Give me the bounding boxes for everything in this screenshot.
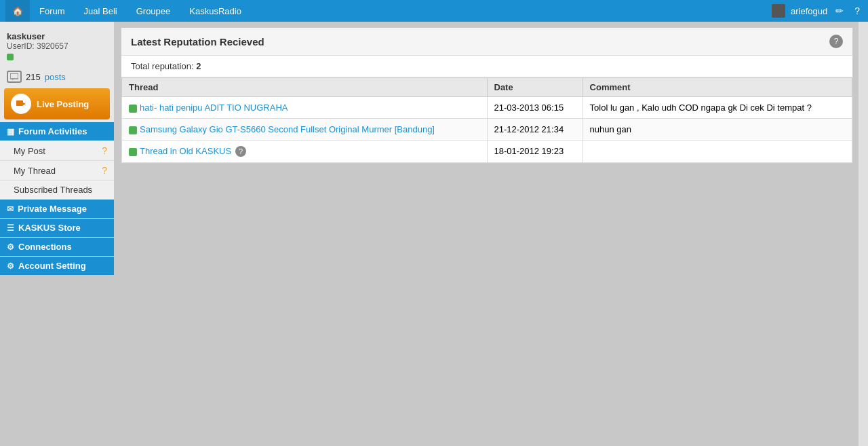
live-posting-button[interactable]: Live Posting bbox=[4, 88, 110, 119]
chat-icon bbox=[7, 71, 22, 83]
comment-cell: nuhun gan bbox=[583, 119, 852, 141]
comment-cell: Tolol lu gan , Kalo udh COD ngapa gk Di … bbox=[583, 97, 852, 119]
forum-activities-label: Forum Activities bbox=[18, 126, 87, 136]
subscribed-threads-label: Subscribed Threads bbox=[14, 185, 92, 195]
topnav-left: 🏠 Forum Jual Beli Groupee KaskusRadio bbox=[5, 0, 251, 22]
main-layout: kaskuser UserID: 3920657 215 posts bbox=[0, 22, 868, 446]
date-cell: 18-01-2012 19:23 bbox=[487, 141, 583, 163]
sidebar-section-forum-activities[interactable]: ▦ Forum Activities bbox=[0, 122, 114, 141]
sidebar-submenu-forum: My Post ? My Thread ? Subscribed Threads bbox=[0, 141, 114, 200]
thread-link[interactable]: Thread in Old KASKUS bbox=[140, 146, 231, 156]
kaskus-radio-nav-item[interactable]: KaskusRadio bbox=[180, 0, 251, 22]
posts-label[interactable]: posts bbox=[45, 72, 66, 82]
kaskus-store-icon: ☰ bbox=[7, 223, 14, 233]
col-thread: Thread bbox=[122, 78, 488, 97]
sidebar-section-private-message[interactable]: ✉ Private Message bbox=[0, 200, 114, 218]
svg-rect-2 bbox=[16, 100, 23, 106]
svg-marker-3 bbox=[23, 103, 26, 105]
thread-link[interactable]: hati- hati penipu ADIT TIO NUGRAHA bbox=[140, 103, 288, 113]
thread-cell: hati- hati penipu ADIT TIO NUGRAHA bbox=[122, 97, 488, 119]
account-setting-label: Account Setting bbox=[18, 261, 86, 271]
my-post-info-icon[interactable]: ? bbox=[102, 145, 107, 156]
reputation-indicator bbox=[129, 105, 137, 113]
reputation-total: Total reputation: 2 bbox=[121, 56, 852, 77]
forum-activities-icon: ▦ bbox=[7, 127, 14, 136]
total-reputation-value: 2 bbox=[196, 61, 201, 71]
private-message-label: Private Message bbox=[18, 204, 87, 214]
date-cell: 21-12-2012 21:34 bbox=[487, 119, 583, 141]
reputation-indicator bbox=[129, 126, 137, 134]
svg-rect-0 bbox=[10, 73, 18, 79]
connections-label: Connections bbox=[18, 242, 72, 252]
groupee-nav-item[interactable]: Groupee bbox=[127, 0, 180, 22]
post-count: 215 bbox=[26, 72, 41, 82]
table-row: Thread in Old KASKUS?18-01-2012 19:23 bbox=[122, 141, 852, 163]
account-setting-icon: ⚙ bbox=[7, 261, 14, 271]
home-nav-item[interactable]: 🏠 bbox=[5, 0, 30, 22]
reputation-table: Thread Date Comment hati- hati penipu AD… bbox=[121, 77, 852, 163]
comment-cell bbox=[583, 141, 852, 163]
date-cell: 21-03-2013 06:15 bbox=[487, 97, 583, 119]
sidebar-username: kaskuser bbox=[7, 31, 107, 41]
live-posting-icon bbox=[11, 94, 31, 114]
my-thread-info-icon[interactable]: ? bbox=[102, 165, 107, 176]
thread-link[interactable]: Samsung Galaxy Gio GT-S5660 Second Fulls… bbox=[140, 124, 435, 134]
sidebar-user-info: kaskuser UserID: 3920657 bbox=[0, 27, 114, 68]
private-message-icon: ✉ bbox=[7, 204, 14, 214]
jual-beli-nav-item[interactable]: Jual Beli bbox=[75, 0, 127, 22]
thread-question-icon[interactable]: ? bbox=[235, 146, 246, 157]
sidebar: kaskuser UserID: 3920657 215 posts bbox=[0, 22, 114, 275]
forum-nav-item[interactable]: Forum bbox=[30, 0, 75, 22]
col-comment: Comment bbox=[583, 78, 852, 97]
table-row: Samsung Galaxy Gio GT-S5660 Second Fulls… bbox=[122, 119, 852, 141]
scrollbar[interactable] bbox=[859, 22, 868, 446]
sidebar-item-my-thread[interactable]: My Thread ? bbox=[0, 161, 114, 181]
sidebar-userid: UserID: 3920657 bbox=[7, 41, 107, 51]
sidebar-item-my-post[interactable]: My Post ? bbox=[0, 141, 114, 161]
live-posting-label: Live Posting bbox=[37, 99, 89, 109]
topnav-right: ariefogud ✏ ? bbox=[772, 4, 863, 18]
top-navigation: 🏠 Forum Jual Beli Groupee KaskusRadio ar… bbox=[0, 0, 868, 22]
content-header: Latest Reputation Recieved ? bbox=[121, 28, 852, 56]
left-background: kaskuser UserID: 3920657 215 posts bbox=[0, 22, 115, 446]
online-indicator bbox=[7, 54, 14, 60]
my-thread-label: My Thread bbox=[14, 166, 56, 176]
sidebar-item-subscribed-threads[interactable]: Subscribed Threads bbox=[0, 181, 114, 200]
reputation-box: Latest Reputation Recieved ? Total reput… bbox=[121, 27, 853, 164]
thread-cell: Samsung Galaxy Gio GT-S5660 Second Fulls… bbox=[122, 119, 488, 141]
thread-cell: Thread in Old KASKUS? bbox=[122, 141, 488, 163]
help-button[interactable]: ? bbox=[852, 4, 863, 18]
user-avatar bbox=[772, 4, 785, 18]
sidebar-posts: 215 posts bbox=[0, 68, 114, 88]
page-title: Latest Reputation Recieved bbox=[131, 36, 264, 48]
my-post-label: My Post bbox=[14, 146, 45, 156]
content-area: Latest Reputation Recieved ? Total reput… bbox=[115, 22, 859, 446]
table-row: hati- hati penipu ADIT TIO NUGRAHA21-03-… bbox=[122, 97, 852, 119]
sidebar-section-connections[interactable]: ⚙ Connections bbox=[0, 238, 114, 256]
sidebar-section-kaskus-store[interactable]: ☰ KASKUS Store bbox=[0, 219, 114, 237]
total-reputation-label: Total reputation: bbox=[131, 61, 194, 71]
edit-profile-button[interactable]: ✏ bbox=[833, 4, 846, 18]
sidebar-section-account-setting[interactable]: ⚙ Account Setting bbox=[0, 257, 114, 275]
col-date: Date bbox=[487, 78, 583, 97]
connections-icon: ⚙ bbox=[7, 242, 14, 252]
header-info-icon[interactable]: ? bbox=[829, 35, 843, 48]
kaskus-store-label: KASKUS Store bbox=[18, 223, 81, 233]
reputation-indicator bbox=[129, 148, 137, 156]
topnav-username: ariefogud bbox=[791, 6, 827, 16]
